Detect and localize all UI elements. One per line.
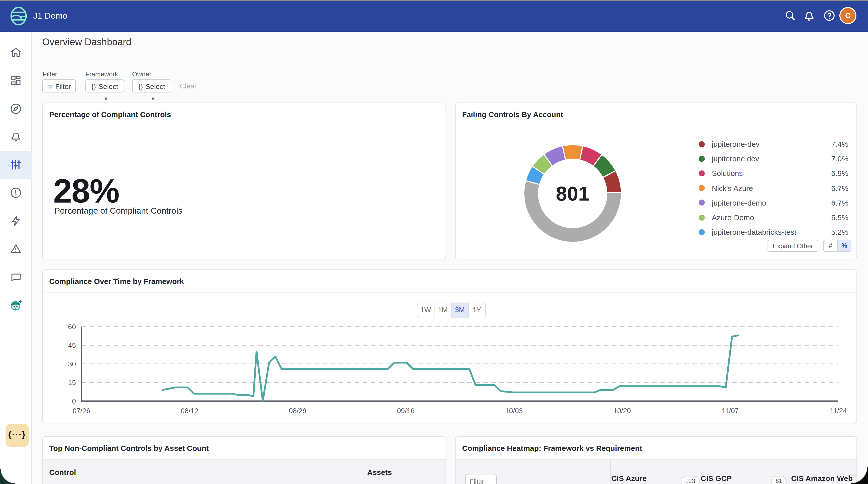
legend-label: Nick's Azure: [712, 184, 831, 192]
filter-button[interactable]: Filter: [42, 80, 76, 92]
chat-bubble-icon: [9, 270, 23, 284]
top-noncompliant-card: Top Non-Compliant Controls by Asset Coun…: [42, 436, 446, 484]
framework-count-badge: 123: [681, 476, 700, 484]
framework-column-sub: Foundations: [611, 483, 656, 484]
sidebar-item-compliance[interactable]: [0, 151, 32, 179]
card-title: Top Non-Compliant Controls by Asset Coun…: [49, 444, 209, 452]
sidebar-item-alerts[interactable]: [0, 123, 32, 151]
legend-value: 6.7%: [831, 199, 848, 207]
compliant-percentage-value: 28%: [53, 171, 119, 210]
card-title: Compliance Over Time by Framework: [49, 277, 184, 285]
legend-label: jupiterone-demo: [712, 199, 831, 207]
sidebar-item-powerups[interactable]: [0, 207, 32, 235]
sidebar-item-feedback[interactable]: [0, 263, 32, 292]
column-header-control: Control: [49, 468, 76, 477]
divider: [43, 293, 857, 293]
range-button-1y[interactable]: 1Y: [468, 303, 485, 317]
x-tick-label: 10/03: [505, 407, 523, 415]
zap-icon: [9, 214, 23, 228]
framework-select-value: Select: [98, 83, 118, 90]
legend-row[interactable]: jupiterone-demo6.7%: [699, 195, 848, 210]
expand-other-button[interactable]: Expand Other: [768, 240, 818, 252]
framework-column-name: CIS GCP: [701, 474, 732, 483]
alert-circle-icon: [9, 186, 23, 200]
sidebar-item-issues[interactable]: [0, 179, 32, 207]
legend-row[interactable]: Azure-Demo5.5%: [699, 210, 848, 225]
legend-color-dot: [699, 185, 705, 191]
y-tick-label: 45: [68, 341, 76, 349]
legend-color-dot: [699, 141, 705, 147]
card-title: Failing Controls By Account: [462, 110, 563, 119]
y-tick-label: 30: [68, 360, 76, 368]
legend-row[interactable]: jupiterone-databricks-test5.2%: [699, 225, 848, 239]
sidebar-item-apps[interactable]: [0, 67, 32, 95]
owner-select[interactable]: {}Select▼: [132, 80, 171, 92]
help-icon[interactable]: [823, 9, 836, 22]
apps-grid-icon: [9, 74, 23, 87]
toggle-percent[interactable]: %: [837, 240, 851, 251]
x-tick-label: 09/16: [397, 407, 415, 415]
compass-icon: [9, 102, 23, 116]
compliant-percentage-caption: Percentage of Compliant Controls: [54, 206, 182, 216]
x-tick-label: 11/07: [721, 407, 739, 415]
heatmap-filter-input[interactable]: [465, 474, 497, 484]
legend-row[interactable]: jupiterone-dev7.4%: [699, 137, 848, 151]
legend-color-dot: [699, 229, 705, 235]
x-tick-label: 11/24: [830, 407, 847, 415]
filter-label: Filter: [43, 70, 57, 78]
legend-row[interactable]: jupiterone.dev7.0%: [699, 151, 848, 166]
notifications-icon[interactable]: [803, 9, 816, 22]
window-edge: [0, 0, 868, 1]
range-button-3m[interactable]: 3M: [451, 303, 468, 317]
framework-select[interactable]: {}Select▼: [85, 80, 124, 92]
heatmap-divider: [610, 459, 611, 484]
sidebar-item-home[interactable]: [0, 39, 32, 67]
legend-label: jupiterone-dev: [712, 140, 831, 148]
home-icon: [9, 46, 23, 59]
legend-row[interactable]: Nick's Azure6.7%: [699, 181, 848, 195]
table-header-row: Control Assets: [43, 459, 445, 484]
warning-triangle-icon: [9, 242, 23, 256]
legend-color-dot: [699, 171, 705, 176]
filter-lines-icon: [47, 85, 53, 89]
jupiterone-logo[interactable]: [8, 5, 29, 27]
user-avatar[interactable]: C: [839, 7, 857, 24]
y-tick-label: 60: [68, 323, 76, 331]
assistant-robot-icon: [9, 299, 23, 312]
compliance-line-chart[interactable]: 01530456007/2608/1208/2909/1610/0310/201…: [43, 320, 857, 421]
bell-icon: [9, 130, 23, 143]
legend-value: 6.9%: [831, 169, 848, 178]
sidebar-item-explore[interactable]: [0, 95, 32, 123]
braces-icon: {}: [91, 83, 96, 90]
legend-color-dot: [699, 214, 705, 220]
legend-value: 7.0%: [831, 154, 848, 163]
framework-label: Framework: [85, 70, 118, 78]
donut-center-value: 801: [556, 182, 589, 205]
compliance-over-time-card: Compliance Over Time by Framework 1W 1M …: [42, 269, 857, 423]
code-braces-button[interactable]: {···}: [5, 424, 29, 447]
range-button-1m[interactable]: 1M: [434, 303, 451, 317]
compliance-line-series[interactable]: [163, 335, 738, 401]
top-navbar: J1 Demo C: [0, 0, 868, 32]
column-divider: [413, 466, 413, 478]
search-icon[interactable]: [784, 9, 797, 22]
legend-color-dot: [699, 200, 705, 206]
sidebar: [0, 32, 32, 484]
clear-filters-link[interactable]: Clear: [180, 80, 197, 92]
sidebar-item-assistant[interactable]: [0, 292, 32, 320]
column-header-assets: Assets: [367, 468, 392, 477]
toggle-number[interactable]: #: [824, 240, 837, 251]
compliant-controls-card: Percentage of Compliant Controls 28% Per…: [42, 102, 446, 259]
column-divider: [362, 466, 362, 478]
range-button-1w[interactable]: 1W: [417, 303, 434, 317]
framework-column-sub: Foundations: [701, 483, 746, 484]
failing-controls-card: Failing Controls By Account 801 jupitero…: [455, 102, 857, 259]
failing-controls-donut-chart[interactable]: 801: [517, 138, 628, 249]
x-tick-label: 08/12: [181, 407, 198, 415]
y-tick-label: 0: [72, 397, 76, 405]
org-name: J1 Demo: [33, 0, 67, 32]
legend-label: Solutions: [712, 169, 831, 178]
legend-value: 5.2%: [831, 228, 848, 236]
legend-row[interactable]: Solutions6.9%: [699, 166, 848, 181]
sidebar-item-problems[interactable]: [0, 235, 32, 263]
